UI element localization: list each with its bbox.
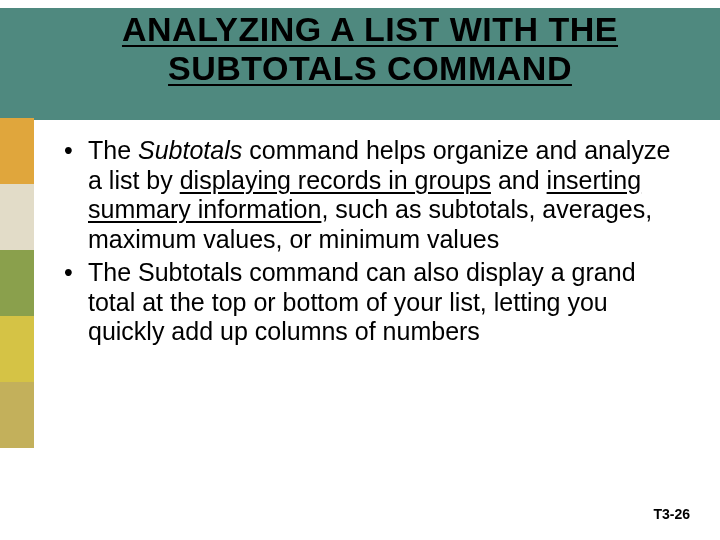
accent-block (0, 316, 34, 382)
slide-title-text: ANALYZING A LIST WITH THE SUBTOTALS COMM… (122, 10, 618, 87)
bullet-item: •The Subtotals command can also display … (64, 258, 676, 347)
slide: ANALYZING A LIST WITH THE SUBTOTALS COMM… (0, 0, 720, 540)
accent-block (0, 382, 34, 448)
bullet-mark: • (64, 136, 88, 254)
bullet-text: The Subtotals command can also display a… (88, 258, 676, 347)
accent-block (0, 118, 34, 184)
bullet-item: •The Subtotals command helps organize an… (64, 136, 676, 254)
bullet-mark: • (64, 258, 88, 347)
accent-block (0, 184, 34, 250)
sidebar-accent (0, 118, 34, 448)
body-text: •The Subtotals command helps organize an… (64, 136, 676, 351)
accent-block (0, 250, 34, 316)
page-number: T3-26 (653, 506, 690, 522)
bullet-text: The Subtotals command helps organize and… (88, 136, 676, 254)
slide-title: ANALYZING A LIST WITH THE SUBTOTALS COMM… (60, 10, 680, 88)
